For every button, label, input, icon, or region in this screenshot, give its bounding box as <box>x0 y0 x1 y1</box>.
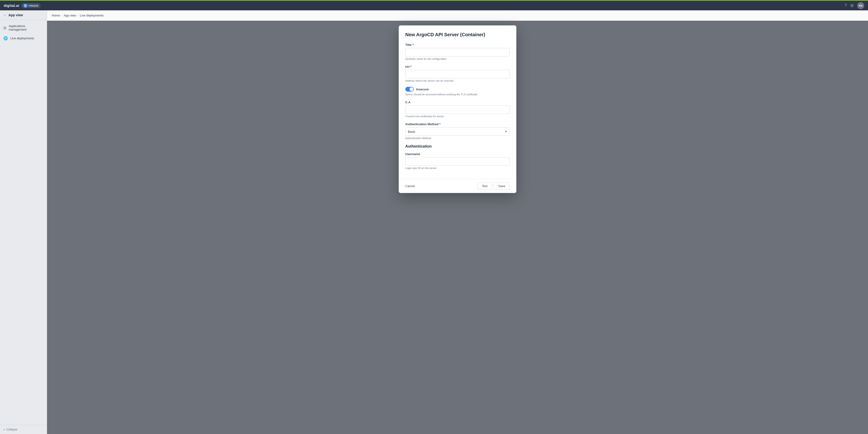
title-hint: Symbolic name for the configuration <box>405 57 510 60</box>
live-deployments-icon: 🌐 <box>3 36 8 40</box>
collapse-label: Collapse <box>6 428 18 431</box>
sidebar-item-applications-management[interactable]: ⊞ Applications management <box>0 22 47 34</box>
sidebar-header-title: App view <box>8 13 23 17</box>
breadcrumb: Home › App view › Live deployments <box>47 10 868 21</box>
username-label: Username <box>405 152 510 156</box>
sidebar-header[interactable]: ← App view <box>0 10 47 20</box>
ca-field-group: C A Trusted root certificates for server <box>405 100 510 118</box>
title-input[interactable] <box>405 48 510 57</box>
ca-input[interactable] <box>405 106 510 114</box>
back-arrow-icon: ← <box>3 13 7 17</box>
breadcrumb-sep-1: › <box>61 14 62 17</box>
ca-label: C A <box>405 100 510 104</box>
sidebar-bottom: « Collapse <box>0 425 47 434</box>
insecure-toggle-row: Insecure <box>405 87 510 91</box>
title-label: Title * <box>405 43 510 47</box>
main-layout: ← App view ⊞ Applications management 🌐 L… <box>0 10 868 434</box>
test-button[interactable]: Test <box>477 182 492 190</box>
username-input[interactable] <box>405 157 510 166</box>
insecure-hint: Server should be accessed without verify… <box>405 93 510 96</box>
modal-body: New ArgoCD API Server (Container) Title … <box>399 25 516 179</box>
title-required: * <box>412 43 413 47</box>
top-navigation: digital.ai ⬡ release ? ⚙ RA <box>0 0 868 10</box>
insecure-label: Insecure <box>416 88 429 91</box>
modal-title: New ArgoCD API Server (Container) <box>405 32 510 37</box>
collapse-button[interactable]: « Collapse <box>3 428 43 431</box>
auth-method-label: Authentication Method * <box>405 122 510 126</box>
release-badge: ⬡ release <box>21 3 41 8</box>
nav-actions: ? ⚙ RA <box>844 2 864 9</box>
breadcrumb-app-view[interactable]: App view <box>64 13 76 17</box>
auth-method-required: * <box>439 122 440 126</box>
breadcrumb-home[interactable]: Home <box>52 13 60 17</box>
breadcrumb-sep-2: › <box>78 14 78 17</box>
toggle-knob <box>409 87 413 91</box>
modal-footer: Cancel Test Save <box>399 179 516 193</box>
main-content: Home › App view › Live deployments New A… <box>47 10 868 434</box>
auth-method-select-wrapper: Basic Token None ▼ <box>405 127 510 136</box>
new-argocd-modal: New ArgoCD API Server (Container) Title … <box>399 25 516 193</box>
collapse-icon: « <box>3 428 5 431</box>
insecure-field-group: Insecure Server should be accessed witho… <box>405 87 510 96</box>
sidebar: ← App view ⊞ Applications management 🌐 L… <box>0 10 47 434</box>
title-field-group: Title * Symbolic name for the configurat… <box>405 43 510 60</box>
url-input[interactable] <box>405 70 510 78</box>
help-icon[interactable]: ? <box>844 3 847 8</box>
url-hint: Address where the server can be reached <box>405 79 510 82</box>
release-label: release <box>28 4 38 7</box>
save-button[interactable]: Save <box>494 182 510 190</box>
insecure-toggle[interactable] <box>405 87 414 91</box>
cancel-button[interactable]: Cancel <box>405 183 415 190</box>
breadcrumb-live-deployments: Live deployments <box>80 13 103 17</box>
username-field-group: Username Login user ID on the server <box>405 152 510 170</box>
auth-method-field-group: Authentication Method * Basic Token None… <box>405 122 510 140</box>
username-hint: Login user ID on the server <box>405 167 510 170</box>
sidebar-nav: ⊞ Applications management 🌐 Live deploym… <box>0 20 47 45</box>
brand-area: digital.ai ⬡ release <box>4 3 41 8</box>
avatar[interactable]: RA <box>857 2 864 9</box>
url-field-group: Url * Address where the server can be re… <box>405 65 510 82</box>
sidebar-item-label: Applications management <box>9 24 43 31</box>
auth-section-title: Authentication <box>405 144 510 148</box>
modal-overlay: New ArgoCD API Server (Container) Title … <box>47 21 868 434</box>
auth-method-select[interactable]: Basic Token None <box>405 127 510 136</box>
action-buttons: Test Save <box>477 182 510 190</box>
release-icon: ⬡ <box>24 4 27 7</box>
content-area: New ArgoCD API Server (Container) Title … <box>47 21 868 434</box>
sidebar-item-live-deployments[interactable]: 🌐 Live deployments <box>0 34 47 43</box>
sidebar-item-label: Live deployments <box>10 36 34 40</box>
brand-name: digital.ai <box>4 3 19 7</box>
auth-method-hint: Authentication Method <box>405 137 510 140</box>
ca-hint: Trusted root certificates for server <box>405 115 510 118</box>
url-label: Url * <box>405 65 510 68</box>
applications-icon: ⊞ <box>3 26 6 30</box>
url-required: * <box>410 65 412 68</box>
settings-icon[interactable]: ⚙ <box>850 3 854 8</box>
